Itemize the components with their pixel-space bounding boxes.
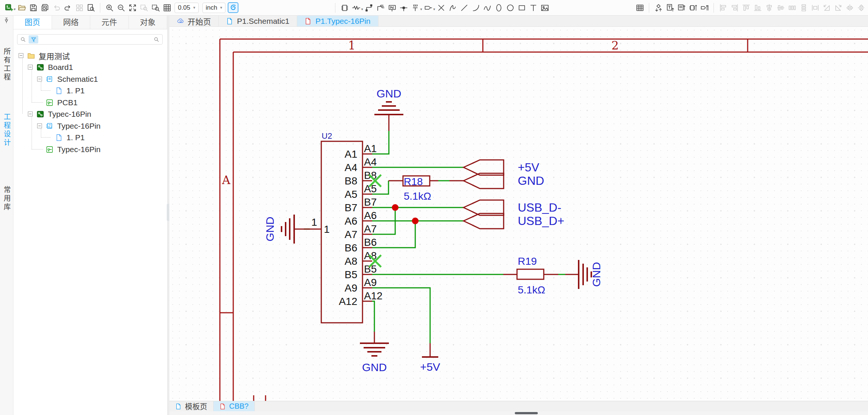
save-as-button[interactable] <box>40 3 49 12</box>
tree-node-schematic1[interactable]: –Schematic1 <box>13 73 167 85</box>
place-text-button[interactable] <box>529 3 538 12</box>
pin-name-A1[interactable]: A1 <box>345 148 357 160</box>
pin-name-B8[interactable]: B8 <box>345 175 357 187</box>
zoom-selection-button[interactable] <box>151 3 160 12</box>
tree-node-page-p1-2[interactable]: 1. P1 <box>13 132 167 143</box>
update-port-button[interactable] <box>700 3 709 12</box>
pin-number-A7[interactable]: A7 <box>364 223 377 235</box>
draw-ellipse-button[interactable] <box>494 3 503 12</box>
chevron-down-icon[interactable]: ▾ <box>433 7 435 11</box>
pin-name-A9[interactable]: A9 <box>345 282 357 294</box>
draw-freehand-button[interactable] <box>448 3 457 12</box>
scale-select[interactable]: 0.05▾ <box>175 3 199 13</box>
zoom-out-button[interactable] <box>116 3 126 12</box>
tree-node-board1[interactable]: –Board1 <box>13 61 167 73</box>
drag-tool-button[interactable] <box>228 3 238 12</box>
tree-node-project-folder[interactable]: –复用测试 <box>13 50 167 61</box>
place-image-button[interactable] <box>540 3 549 12</box>
doc-tab-P1.Typec-16Pin[interactable]: P1.Typec-16Pin <box>297 16 378 26</box>
pin-panel-icon[interactable] <box>3 17 10 24</box>
pin-name-1[interactable]: 1 <box>324 223 330 235</box>
update-sheet-button[interactable] <box>677 3 686 12</box>
resistor-ref-r18[interactable]: R18 <box>404 176 423 187</box>
net-port-label-+5V[interactable]: +5V <box>518 161 539 174</box>
open-project-button[interactable] <box>17 3 26 12</box>
save-button[interactable] <box>29 3 38 12</box>
zoom-in-button[interactable] <box>105 3 114 12</box>
tree-node-typec-16pin-board[interactable]: –Typec-16Pin <box>13 108 167 120</box>
search-input[interactable] <box>40 36 151 43</box>
resistor-ref-r19[interactable]: R19 <box>518 255 537 267</box>
unit-select[interactable]: inch▾ <box>202 3 226 13</box>
place-junction-button[interactable] <box>399 3 408 12</box>
tree-expander-icon[interactable]: – <box>28 65 33 70</box>
wire[interactable] <box>372 301 374 332</box>
place-table-button[interactable] <box>635 3 644 12</box>
zoom-fit-button[interactable] <box>128 3 137 12</box>
net-flag-gnd[interactable]: GND <box>377 87 402 100</box>
grid-settings-button[interactable] <box>162 3 172 12</box>
place-wire-button[interactable] <box>364 3 374 12</box>
panel-tab-元件[interactable]: 元件 <box>90 16 129 29</box>
sidebar-strip-tab-常用库[interactable]: 常用库 <box>1 186 12 212</box>
draw-line-button[interactable] <box>459 3 469 12</box>
resistor-value-r19[interactable]: 5.1kΩ <box>518 284 545 296</box>
resistor-r19[interactable] <box>517 269 544 279</box>
pin-number-1[interactable]: 1 <box>311 216 317 228</box>
cross-probe-button[interactable] <box>654 3 663 12</box>
pin-number-B7[interactable]: B7 <box>364 196 377 208</box>
sheet-grid-label[interactable]: 1 <box>348 39 355 52</box>
pin-number-A1[interactable]: A1 <box>364 143 377 154</box>
place-power-button[interactable] <box>410 3 420 12</box>
tree-node-typec-16pin-schematic[interactable]: –Typec-16Pin <box>13 120 167 132</box>
new-project-button[interactable] <box>4 3 13 12</box>
import-text-button[interactable] <box>665 3 674 12</box>
panel-tab-对象[interactable]: 对象 <box>129 16 168 29</box>
sheet-grid-label[interactable]: 2 <box>611 39 619 52</box>
pin-name-B6[interactable]: B6 <box>345 242 357 254</box>
pin-number-A9[interactable]: A9 <box>364 277 377 288</box>
net-flag-gnd[interactable]: GND <box>264 217 276 242</box>
pin-number-B6[interactable]: B6 <box>364 237 377 248</box>
chevron-down-icon[interactable]: ▾ <box>361 7 363 11</box>
place-net-label-button[interactable] <box>387 3 397 12</box>
doc-tab-P1.Schematic1[interactable]: P1.Schematic1 <box>219 16 297 26</box>
pin-number-A6[interactable]: A6 <box>364 210 377 221</box>
update-symbol-button[interactable] <box>688 3 698 12</box>
sidebar-strip-tab-所有工程[interactable]: 所有工程 <box>1 48 12 82</box>
place-bus-button[interactable] <box>376 3 385 12</box>
net-flag-gnd[interactable]: GND <box>362 361 387 373</box>
sheet-tab-模板页[interactable]: 模板页 <box>169 401 214 411</box>
resistor-value-r18[interactable]: 5.1kΩ <box>404 190 431 202</box>
place-component-button[interactable] <box>340 3 349 12</box>
panel-tab-网络[interactable]: 网络 <box>52 16 91 29</box>
net-flag-+5V[interactable]: +5V <box>420 361 440 373</box>
tree-node-page-p1[interactable]: 1. P1 <box>13 85 167 96</box>
pin-name-A5[interactable]: A5 <box>345 189 357 200</box>
sheet-grid-label[interactable]: A <box>222 173 231 187</box>
net-port-label-USB_D+[interactable]: USB_D+ <box>518 214 564 228</box>
net-port-label-USB_D-[interactable]: USB_D- <box>518 201 561 214</box>
place-no-connect-button[interactable] <box>436 3 446 12</box>
tree-expander-icon[interactable]: – <box>28 112 33 116</box>
filter-button[interactable] <box>29 35 38 44</box>
horizontal-scrollbar[interactable] <box>169 411 868 415</box>
net-port-label-GND[interactable]: GND <box>518 174 544 187</box>
pin-name-B7[interactable]: B7 <box>345 202 357 213</box>
pin-number-A12[interactable]: A12 <box>364 290 383 302</box>
place-resistor-button[interactable] <box>351 3 361 12</box>
sidebar-strip-tab-active-工程设计[interactable]: 工程设计 <box>1 113 12 147</box>
schematic-canvas[interactable]: 12AU2A1A1A4A4B8B8A5A5B7B7A6A6A7A7B6B6A8A… <box>169 27 868 401</box>
draw-spline-button[interactable] <box>482 3 492 12</box>
pin-name-A8[interactable]: A8 <box>345 255 357 267</box>
wire-junction[interactable] <box>392 204 399 211</box>
tree-expander-icon[interactable]: – <box>37 77 42 81</box>
sheet-tab-CBB?[interactable]: CBB? <box>214 401 255 411</box>
chevron-down-icon[interactable]: ▾ <box>420 7 422 11</box>
pin-name-A12[interactable]: A12 <box>339 296 357 307</box>
wire-junction[interactable] <box>412 218 419 224</box>
doc-tab-开始页[interactable]: 开始页 <box>169 16 219 26</box>
draw-rect-button[interactable] <box>517 3 526 12</box>
tree-expander-icon[interactable]: – <box>37 123 42 128</box>
component-ref-u2[interactable]: U2 <box>322 131 332 141</box>
